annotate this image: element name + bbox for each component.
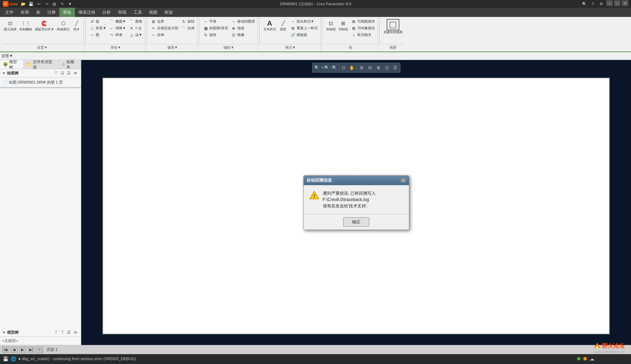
status-dot-orange bbox=[583, 357, 587, 360]
tree-settings-btn[interactable]: ☰ bbox=[60, 71, 65, 76]
rb-hatch-btn[interactable]: ▦ 刺面线/填充 bbox=[202, 25, 229, 31]
menu-tools[interactable]: 工具 bbox=[130, 8, 145, 17]
rb-select-btn[interactable]: ⊡ 图元选择 bbox=[3, 18, 18, 32]
quick-access-toolbar: 📂 💾 ↩ ↪ ▤ ✎ ▼ bbox=[20, 0, 73, 7]
scale-label: 缩放 bbox=[237, 26, 244, 31]
menu-view[interactable]: 视图 bbox=[145, 8, 161, 17]
tree-more-btn[interactable]: ≫ bbox=[72, 71, 79, 76]
dialog-titlebar: 自动回溯信息 ✕ bbox=[304, 176, 409, 185]
menu-file[interactable]: 文件 bbox=[1, 8, 17, 17]
qa-undo-btn[interactable]: ↩ bbox=[35, 0, 42, 7]
panel-tab-filebrowser[interactable]: 📁 文件夹浏览器 bbox=[24, 60, 59, 69]
rb-split-btn[interactable]: ✂ 在相交处分割 bbox=[150, 25, 179, 31]
rb-linestyle-btn[interactable]: ╱ 线型 bbox=[278, 18, 288, 32]
rb-ctrlgroup-btn[interactable]: ⊞ 控制组 bbox=[338, 18, 349, 32]
rb-fillet-btn[interactable]: ⌒ 圆角 bbox=[128, 18, 143, 25]
rb-ellipse-btn[interactable]: ⌒ 椭圆▼ bbox=[108, 18, 127, 25]
rb-chamfer-btn[interactable]: ⌐ 倒角▼ bbox=[108, 25, 127, 31]
statusbar-cloud-icon[interactable]: ☁ bbox=[590, 356, 594, 362]
rb-snap-btn[interactable]: 🧲 捕捉导向件▼ bbox=[34, 18, 55, 32]
rb-rect-btn[interactable]: □ 矩形▼ bbox=[88, 25, 107, 31]
statusbar-network-icon[interactable]: 🌐 bbox=[11, 356, 16, 362]
rb-objrel-btn[interactable]: ⊠ 与对象相关 bbox=[350, 25, 376, 31]
rb-grid-btn[interactable]: ⋮⋮ 绘制栅格 bbox=[18, 18, 33, 32]
rb-repeatstyle-btn[interactable]: ⊞ 重复上一样式 bbox=[289, 25, 319, 31]
menu-sketch[interactable]: 草绘 bbox=[59, 8, 75, 17]
rb-spline-btn[interactable]: 〜 样条 bbox=[108, 32, 127, 38]
nav-last-btn[interactable]: ▶| bbox=[28, 347, 35, 353]
maximize-btn[interactable]: □ bbox=[614, 0, 620, 6]
status-dot-green bbox=[577, 357, 581, 360]
statusbar-left: 💾 🌐 ● dbg_err_crash() - continuing from … bbox=[3, 356, 137, 362]
model-settings-btn[interactable]: ☰ bbox=[66, 330, 72, 335]
rb-rotate2-btn[interactable]: ↻ 旋转 bbox=[202, 32, 229, 38]
menu-review[interactable]: 审阅 bbox=[114, 8, 130, 17]
qa-open-btn[interactable]: 📂 bbox=[20, 0, 27, 7]
rb-arrowstyle-btn[interactable]: → 箭头样式▼ bbox=[289, 18, 319, 25]
rb-stretch-btn[interactable]: ↔ 拉伸 bbox=[150, 32, 179, 38]
settings-label[interactable]: 设置▼ bbox=[1, 53, 13, 59]
qa-redo-btn[interactable]: ↪ bbox=[43, 0, 50, 7]
rb-textstyle-btn[interactable]: A 文本样式 bbox=[262, 18, 277, 32]
menu-inherit[interactable]: 继承迁移 bbox=[75, 8, 99, 17]
rb-unrel-btn[interactable]: ○ 取消相关 bbox=[350, 32, 376, 38]
rb-mirror-btn[interactable]: ⊡ 镜像 bbox=[230, 32, 256, 38]
panel-tab-modeltree[interactable]: 🌳 模型树 bbox=[0, 60, 24, 69]
rb-trim-btn[interactable]: ⌒ 拉伸 bbox=[180, 25, 196, 31]
menu-layout[interactable]: 布局 bbox=[17, 8, 32, 17]
settings-btn[interactable]: ⚙ bbox=[598, 0, 605, 7]
drawing-tree-item[interactable]: 📄 绘图 DRW0001.DRW 的第 1 页 bbox=[2, 79, 79, 86]
rb-scale-btn[interactable]: ⊕ 缩放 bbox=[230, 25, 256, 31]
repeatstyle-icon: ⊞ bbox=[290, 25, 296, 31]
menu-frame[interactable]: 框架 bbox=[161, 8, 177, 17]
rb-point-btn[interactable]: ✕ × 点 bbox=[128, 25, 143, 31]
rb-arc-btn[interactable]: ↺ 弧 bbox=[88, 18, 107, 25]
model-more-btn[interactable]: ≫ bbox=[72, 330, 79, 335]
rb-circle-btn[interactable]: ○ 圆 bbox=[88, 32, 107, 38]
close-btn[interactable]: ✕ bbox=[622, 0, 628, 6]
qa-edit-btn[interactable]: ✎ bbox=[59, 0, 66, 7]
nav-next-btn[interactable]: ▶ bbox=[19, 347, 26, 353]
objrel-label: 与对象相关 bbox=[357, 26, 375, 31]
rb-createview-btn[interactable]: □ 创建绘制视图 bbox=[382, 18, 404, 35]
help-btn[interactable]: ? bbox=[589, 0, 596, 7]
rb-movelayer-btn[interactable]: → 移动到图层 bbox=[230, 18, 256, 25]
nav-prev-btn[interactable]: ◀ bbox=[11, 347, 18, 353]
ribbon-group-content-trim: ⊞ 边界 ✂ 在相交处分割 ↔ 拉伸 ↻ 旋转 ⌒ bbox=[150, 18, 196, 44]
dialog-ok-btn[interactable]: 确定 bbox=[343, 217, 369, 227]
drawing-page-icon: 📄 bbox=[2, 80, 7, 85]
minimize-btn[interactable]: — bbox=[606, 0, 613, 6]
rb-locklink-btn[interactable]: 🔗 锁链接 bbox=[289, 32, 319, 38]
nav-add-btn[interactable]: + bbox=[36, 347, 43, 353]
tree-filter-btn[interactable]: ⊤ bbox=[53, 71, 59, 76]
rb-rotate-btn[interactable]: ↻ 旋转 bbox=[180, 18, 196, 25]
menu-analysis[interactable]: 分析 bbox=[99, 8, 114, 17]
rb-construct-btn[interactable]: ⬡ 构造模式 bbox=[56, 18, 71, 32]
rb-move-btn[interactable]: ↔ 平移 bbox=[202, 18, 229, 25]
scale-icon: ⊕ bbox=[231, 25, 237, 31]
rb-edge-btn[interactable]: △ 边▼ bbox=[128, 32, 143, 38]
menu-annotation[interactable]: 注释 bbox=[44, 8, 59, 17]
model-layer-btn[interactable]: ⊤ bbox=[60, 330, 65, 335]
search-btn[interactable]: 🔍 bbox=[581, 0, 588, 7]
rb-line-btn[interactable]: ╱ 线▼ bbox=[71, 18, 82, 32]
model-filter-btn[interactable]: ⊤ bbox=[53, 330, 59, 335]
panel-tab-favorites[interactable]: ☆ 收藏夹 bbox=[59, 60, 81, 69]
point-icon: ✕ bbox=[129, 25, 135, 31]
tree-columns-btn[interactable]: ☰ bbox=[66, 71, 72, 76]
ribbon-sep-1 bbox=[85, 18, 85, 46]
drawgroup-label: 绘制组 bbox=[326, 28, 336, 31]
dialog-close-btn[interactable]: ✕ bbox=[400, 178, 406, 183]
qa-grid-btn[interactable]: ▤ bbox=[51, 0, 58, 7]
rb-viewrel-btn[interactable]: ⊞ 与视图相关 bbox=[350, 18, 376, 25]
qa-more-btn[interactable]: ▼ bbox=[66, 0, 73, 7]
rb-drawgroup-btn[interactable]: ⊡ 绘制组 bbox=[325, 18, 337, 32]
favorites-icon: ☆ bbox=[61, 62, 65, 67]
nav-first-btn[interactable]: |◀ bbox=[2, 347, 9, 353]
menu-table[interactable]: 表 bbox=[32, 8, 44, 17]
move-icon: ↔ bbox=[203, 19, 209, 24]
dialog-body: ! 遭到严重错误. 已将回溯写入 F:\Creo8.0\traceback.lo… bbox=[304, 185, 409, 214]
statusbar-save-icon[interactable]: 💾 bbox=[3, 356, 8, 362]
qa-save-btn[interactable]: 💾 bbox=[28, 0, 35, 7]
rb-boundary-btn[interactable]: ⊞ 边界 bbox=[150, 18, 179, 25]
